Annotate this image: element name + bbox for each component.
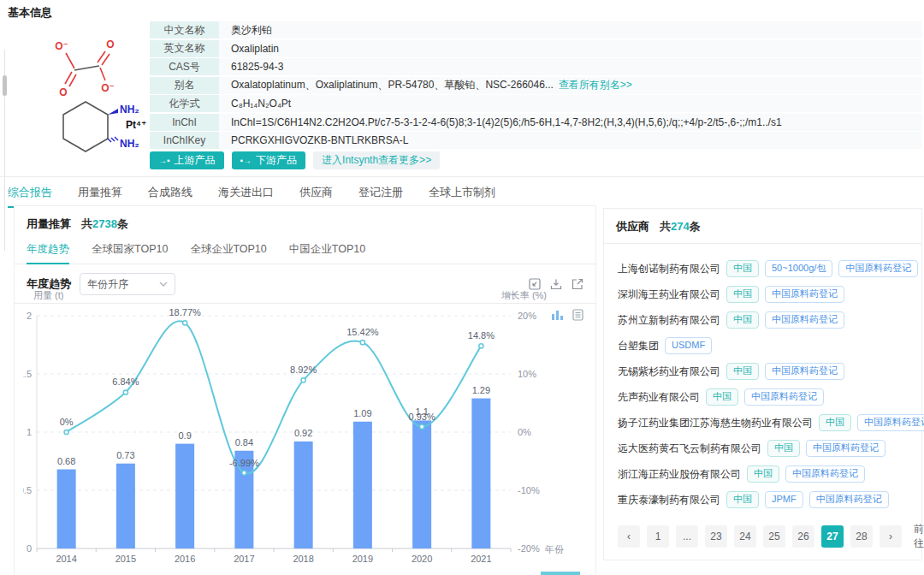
field-label: InChI [150,114,219,131]
registration-badge: 中国原料药登记 [744,388,824,406]
country-badge: 中国 [726,260,759,277]
line-point-2020[interactable] [420,424,424,429]
o-minus-label: O⁻ [101,82,115,94]
page-button-1[interactable]: 1 [647,525,669,548]
x-tick-label-2018: 2018 [293,554,313,564]
bar-value-label: 0.9 [178,430,191,441]
bar-value-label: 0.73 [116,450,134,460]
tab-全球上市制剂[interactable]: 全球上市制剂 [429,185,495,208]
tab-登记注册[interactable]: 登记注册 [358,185,403,208]
line-point-2014[interactable] [64,430,68,434]
page-button-26[interactable]: 26 [792,525,814,548]
supplier-name: 深圳海王药业有限公司 [618,288,720,302]
field-label: CAS号 [150,58,219,75]
usage-panel: 用量推算 共2738条 年度趋势全球国家TOP10全球企业TOP10中国企业TO… [14,205,596,575]
line-point-2017[interactable] [242,471,246,475]
usage-panel-header: 用量推算 共2738条 [15,206,595,232]
tab-海关进出口[interactable]: 海关进出口 [218,185,274,208]
intsynth-more-label: 进入Intsynth查看更多>> [322,153,431,168]
info-row: 化学式C₈H₁₄N₂O₄Pt [150,95,922,112]
page-button-25[interactable]: 25 [763,525,785,548]
registration-badge: USDMF [665,337,712,354]
line-point-2016[interactable] [183,321,187,325]
supplier-row: 苏州立新制药有限公司中国中国原料药登记 [618,307,911,333]
tab-供应商[interactable]: 供应商 [299,185,333,208]
subtab-年度趋势[interactable]: 年度趋势 [27,242,69,264]
left-scrollbar-thumb[interactable] [3,75,7,96]
right-axis-tick: -10% [518,485,540,495]
subtab-全球国家TOP10[interactable]: 全球国家TOP10 [92,242,168,264]
tab-合成路线[interactable]: 合成路线 [148,185,192,208]
field-label: 中文名称 [150,21,219,39]
chemical-structure-image: O⁻ O O O⁻ NH₂ NH₂ Pt⁴⁺ [26,17,150,152]
more-pages-button[interactable]: ... [676,525,698,548]
growth-label: 0.93% [409,412,435,422]
info-row: 中文名称奥沙利铂 [150,21,922,39]
view-all-aliases-link[interactable]: 查看所有别名>> [559,78,632,92]
right-axis-tick: 10% [518,369,536,379]
supplier-name: 远大医药黄石飞云制药有限公司 [618,442,761,456]
bar-2016[interactable] [175,444,194,548]
bar-2015[interactable] [116,464,135,548]
registration-badge: 中国原料药登记 [765,286,844,303]
x-tick-label-2019: 2019 [352,554,373,564]
clipped-link-fragment[interactable] [541,572,580,575]
left-axis-tick: 2 [27,311,32,321]
supplier-name: 上海创诺制药有限公司 [618,262,720,276]
x-axis-title: 年份 [544,544,564,554]
country-badge: 中国 [819,414,851,431]
line-point-2021[interactable] [479,344,483,348]
tab-用量推算[interactable]: 用量推算 [78,185,122,208]
bar-value-label: 1.29 [472,385,490,395]
supplier-name: 苏州立新制药有限公司 [618,313,720,328]
field-value: C₈H₁₄N₂O₄Pt [219,95,922,112]
registration-badge: 中国原料药登记 [857,414,924,431]
registration-badge: 中国原料药登记 [785,465,865,483]
downstream-products-button[interactable]: ▪→ 下游产品 [232,151,306,169]
growth-label: -6.99% [229,458,259,468]
page-button-28[interactable]: 28 [850,525,873,548]
page-button-23[interactable]: 23 [705,525,727,548]
growth-label: 8.92% [290,365,317,375]
upstream-products-button[interactable]: →▪ 上游产品 [150,151,224,169]
info-row: 英文名称Oxaliplatin [150,40,922,57]
bar-value-label: 0.92 [294,428,312,438]
prev-page-button[interactable]: ‹ [618,525,640,548]
line-point-2019[interactable] [360,341,364,345]
bar-2020[interactable] [412,420,431,548]
supplier-name: 扬子江药业集团江苏海慈生物药业有限公司 [618,416,813,430]
tab-综合报告[interactable]: 综合报告 [8,185,52,208]
bar-2018[interactable] [294,442,313,548]
subtab-中国企业TOP10[interactable]: 中国企业TOP10 [289,242,365,264]
page-button-27[interactable]: 27 [821,525,844,548]
bar-2019[interactable] [353,422,372,548]
info-row: InChIInChI=1S/C6H14N2.C2H2O4.Pt/c7-5-3-1… [150,114,922,131]
bar-2021[interactable] [471,399,490,548]
supplier-name: 浙江海正药业股份有限公司 [618,467,741,482]
country-badge: 中国 [726,491,759,508]
o-minus-label: O⁻ [55,40,68,52]
suppliers-panel: 供应商 共274条 上海创诺制药有限公司中国50~1000g/包中国原料药登记深… [603,208,922,560]
supplier-name: 重庆泰濠制药有限公司 [618,493,720,507]
subtab-全球企业TOP10[interactable]: 全球企业TOP10 [190,242,266,264]
supplier-name: 台塑集团 [618,339,659,353]
country-badge: 中国 [706,388,738,406]
supplier-row: 先声药业有限公司中国中国原料药登记 [618,384,911,410]
line-point-2018[interactable] [301,378,305,382]
next-page-button[interactable]: › [880,525,902,548]
pagination: ‹1...232425262728›前往页 [618,522,924,551]
x-tick-label-2014: 2014 [56,554,76,564]
supplier-row: 上海创诺制药有限公司中国50~1000g/包中国原料药登记 [618,256,911,282]
x-tick-label-2021: 2021 [471,554,491,564]
left-axis-title: 用量 (t) [33,290,63,300]
field-label: 别名 [150,77,219,94]
upstream-products-label: 上游产品 [175,153,216,168]
line-point-2015[interactable] [123,390,127,394]
registration-badge: 中国原料药登记 [806,440,886,457]
page-button-24[interactable]: 24 [734,525,756,548]
bar-2014[interactable] [57,470,76,548]
intsynth-more-button[interactable]: 进入Intsynth查看更多>> [313,151,440,169]
nh2-label: NH₂ [120,104,139,116]
supplier-row: 远大医药黄石飞云制药有限公司中国中国原料药登记 [618,436,911,461]
supplier-row: 台塑集团USDMF [618,333,911,359]
